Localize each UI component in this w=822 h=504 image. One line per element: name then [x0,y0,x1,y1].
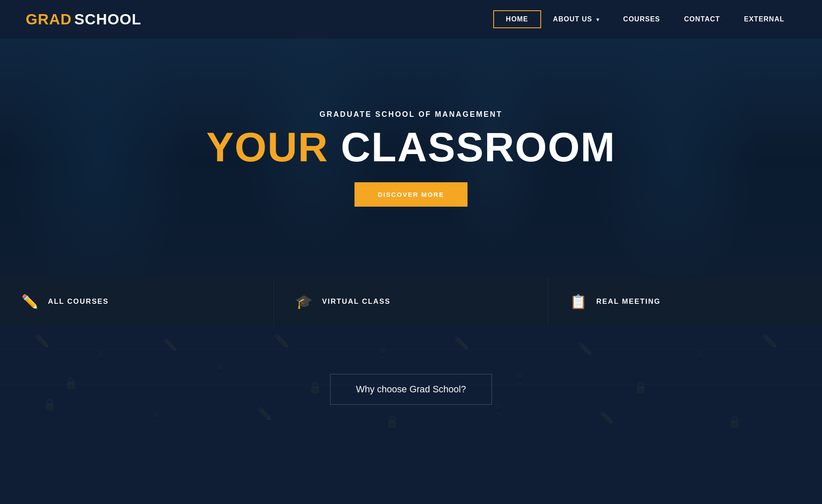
deco-icon-10: 📱 [514,372,527,384]
virtual-class-label: VIRTUAL CLASS [322,297,390,306]
graduation-cap-icon: 🎓 [295,294,313,310]
feature-cards: ✏️ ALL COURSES 🎓 VIRTUAL CLASS 📋 REAL ME… [0,278,822,325]
nav-item-contact[interactable]: CONTACT [672,11,732,27]
deco-icon-21: 🔒 [728,415,742,428]
deco-icon-4: ✏️ [163,338,177,352]
nav-item-home[interactable]: HOME [493,10,541,28]
nav-link-external[interactable]: EXTERNAL [732,11,796,27]
hero-subtitle: GRADUATE SCHOOL OF MANAGEMENT [319,110,502,119]
nav-item-courses[interactable]: COURSES [611,11,672,27]
discover-more-button[interactable]: DISCOVER MORE [354,182,467,207]
deco-icon-2: 📱 [94,351,107,363]
deco-icon-12: 🔒 [634,381,647,394]
deco-icon-6: ✏️ [274,334,289,348]
clipboard-icon: 📋 [570,294,587,310]
deco-icon-20: ✏️ [599,411,614,424]
chevron-down-icon: ▾ [596,17,599,23]
why-choose-label: Why choose Grad School? [356,384,466,394]
why-choose-box[interactable]: Why choose Grad School? [330,374,492,405]
nav-link-contact[interactable]: CONTACT [672,11,732,27]
deco-icon-5: 📱 [214,364,227,376]
feature-card-meeting[interactable]: 📋 REAL MEETING [548,278,822,325]
all-courses-label: ALL COURSES [48,297,109,306]
nav-link-courses[interactable]: COURSES [611,11,672,27]
logo-grad: GRAD [26,11,72,28]
real-meeting-label: REAL MEETING [596,297,661,306]
nav-item-external[interactable]: EXTERNAL [732,11,796,27]
feature-card-courses[interactable]: ✏️ ALL COURSES [0,278,274,325]
deco-icon-7: 🔒 [308,381,322,394]
hero-title-white: CLASSROOM [341,124,616,170]
deco-icon-8: 📱 [377,347,390,359]
deco-icon-11: ✏️ [578,342,593,356]
navbar: GRAD SCHOOL HOME ABOUT US ▾ COURSES CONT… [0,0,822,39]
deco-icon-1: ✏️ [34,334,50,348]
nav-link-about[interactable]: ABOUT US ▾ [541,11,611,27]
hero-content: GRADUATE SCHOOL OF MANAGEMENT YOUR CLASS… [206,110,616,207]
feature-card-virtual[interactable]: 🎓 VIRTUAL CLASS [274,278,548,325]
logo-school: SCHOOL [74,11,142,28]
deco-icon-9: ✏️ [454,336,469,350]
pencil-icon: ✏️ [21,294,39,310]
deco-icon-14: ✏️ [762,334,777,348]
nav-links: HOME ABOUT US ▾ COURSES CONTACT EXTERNAL [493,10,796,28]
hero-title: YOUR CLASSROOM [206,127,616,168]
hero-title-yellow: YOUR [206,124,328,170]
deco-icon-18: 🔒 [385,415,399,428]
deco-icon-19: 📱 [492,402,505,414]
deco-icon-15: 🔒 [43,398,57,411]
deco-icon-17: ✏️ [257,406,272,421]
lower-section: ✏️ 📱 🔒 ✏️ 📱 ✏️ 🔒 📱 ✏️ 📱 ✏️ 🔒 📱 ✏️ 🔒 📱 ✏️… [0,325,822,454]
hero-section: GRADUATE SCHOOL OF MANAGEMENT YOUR CLASS… [0,39,822,278]
deco-icon-13: 📱 [694,351,706,363]
nav-item-about[interactable]: ABOUT US ▾ [541,11,611,27]
logo[interactable]: GRAD SCHOOL [26,11,141,28]
deco-icon-16: 📱 [150,411,163,423]
nav-link-home[interactable]: HOME [493,10,541,28]
deco-icon-3: 🔒 [64,377,78,389]
